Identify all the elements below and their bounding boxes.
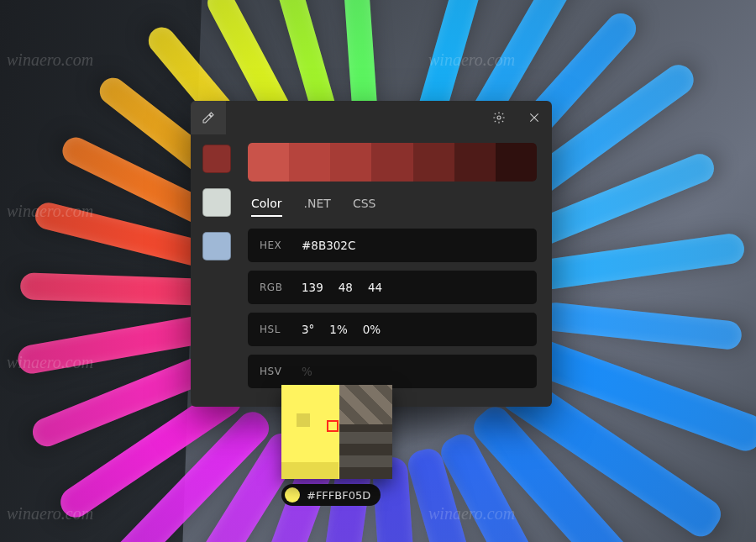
hsl-l-value: 0% [363, 323, 381, 336]
shade-2[interactable] [330, 143, 371, 182]
rgb-g-value: 48 [339, 281, 353, 294]
shade-0[interactable] [248, 143, 289, 182]
color-picker-window[interactable]: Color.NETCSS HEX #8B302C RGB 139 48 44 H… [191, 101, 552, 407]
shade-5[interactable] [454, 143, 496, 182]
color-value-rows: HEX #8B302C RGB 139 48 44 HSL 3° 1% 0% [248, 229, 537, 388]
rgb-label: RGB [260, 282, 288, 293]
history-swatch-2[interactable] [202, 232, 231, 260]
shade-6[interactable] [496, 143, 537, 182]
tab-dotnet[interactable]: .NET [304, 197, 331, 217]
hsv-suffix: % [302, 365, 312, 378]
tab-css[interactable]: CSS [353, 197, 376, 217]
format-tabs: Color.NETCSS [248, 193, 537, 217]
hex-row[interactable]: HEX #8B302C [248, 229, 537, 262]
shade-strip[interactable] [248, 143, 537, 182]
rgb-row[interactable]: RGB 139 48 44 [248, 271, 537, 304]
hex-label: HEX [260, 239, 288, 251]
shade-4[interactable] [413, 143, 454, 182]
history-swatch-0[interactable] [202, 145, 231, 173]
color-history-sidebar [191, 101, 243, 407]
hsl-s-value: 1% [329, 323, 347, 336]
hsv-label: HSV [260, 366, 288, 377]
close-button[interactable] [517, 101, 552, 134]
close-icon [528, 111, 541, 124]
shade-3[interactable] [371, 143, 412, 182]
hsl-h-value: 3° [302, 323, 314, 336]
gear-icon [492, 111, 506, 124]
rgb-r-value: 139 [302, 281, 323, 294]
settings-button[interactable] [481, 101, 517, 134]
hsl-label: HSL [260, 324, 288, 335]
rgb-b-value: 44 [368, 281, 382, 294]
svg-point-0 [497, 116, 501, 119]
tab-color[interactable]: Color [251, 197, 282, 217]
history-swatch-1[interactable] [202, 188, 231, 217]
hex-value: #8B302C [302, 239, 355, 252]
eyedropper-icon [202, 111, 215, 124]
hsv-row[interactable]: HSV % [248, 355, 537, 388]
shade-1[interactable] [289, 143, 330, 182]
hsl-row[interactable]: HSL 3° 1% 0% [248, 313, 537, 346]
titlebar [191, 101, 552, 134]
color-panel-main: Color.NETCSS HEX #8B302C RGB 139 48 44 H… [243, 101, 552, 407]
eyedropper-button[interactable] [191, 101, 226, 134]
